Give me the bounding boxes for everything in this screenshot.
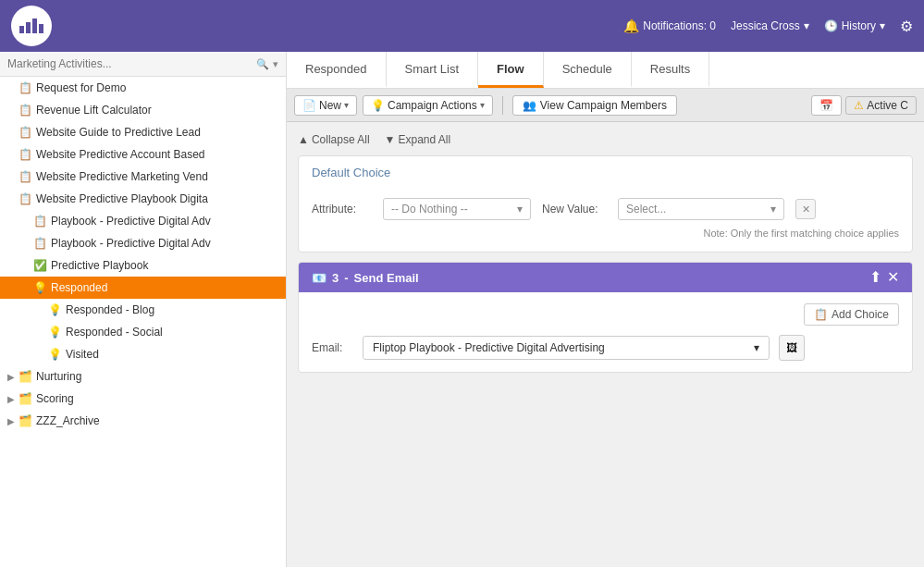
folder-icon: 📋 [18,192,32,205]
sidebar-item-label: ZZZ_Archive [36,414,100,427]
expand-icon: ▶ [7,394,15,404]
sidebar-item-label: Website Guide to Predictive Lead [36,126,201,139]
sidebar-search-bar: 🔍 ▾ [0,52,286,77]
bulb-icon: 💡 [33,281,47,294]
send-email-icon: 📧 [312,271,326,285]
move-up-button[interactable]: ⬆ [869,270,881,285]
expand-icon: ▶ [7,372,15,382]
attribute-chevron-icon: ▾ [517,203,523,216]
sidebar-item-nurturing[interactable]: ▶ 🗂️ Nurturing [0,365,286,388]
content-area: ▲ Collapse All ▼ Expand All Default Choi… [287,122,924,567]
new-button[interactable]: 📄 New ▾ [294,95,357,116]
campaign-icon: 💡 [371,99,385,112]
add-choice-label: Add Choice [832,308,889,321]
tab-flow[interactable]: Flow [478,52,544,88]
logo-bars [19,18,43,33]
sidebar-item-label: Request for Demo [36,81,126,94]
sidebar-item-playbook-digital-2[interactable]: 📋 Playbook - Predictive Digital Adv [0,232,286,254]
sidebar-item-visited[interactable]: 💡 Visited [0,343,286,365]
search-icons: 🔍 ▾ [256,58,278,70]
folder-group-icon: 🗂️ [18,414,32,427]
expand-icon: ▼ [385,133,396,146]
tab-results[interactable]: Results [632,52,709,88]
view-members-button[interactable]: 👥 View Campaign Members [512,95,677,116]
sidebar-item-playbook-digital-1[interactable]: 📋 Playbook - Predictive Digital Adv [0,210,286,232]
sidebar-item-predictive-playbook[interactable]: ✅ Predictive Playbook [0,254,286,277]
history-label: History [842,19,876,32]
sidebar-item-website-predictive-marketing[interactable]: 📋 Website Predictive Marketing Vend [0,166,286,188]
campaign-actions-button[interactable]: 💡 Campaign Actions ▾ [363,95,493,116]
attribute-row: Attribute: -- Do Nothing -- ▾ New Value:… [312,198,899,220]
user-menu-button[interactable]: Jessica Cross ▾ [731,19,809,32]
new-value-label: New Value: [542,203,607,216]
settings-button[interactable]: ⚙ [900,18,913,35]
active-label: Active C [867,99,908,112]
new-value-select[interactable]: Select... ▾ [618,198,784,220]
collapse-bar: ▲ Collapse All ▼ Expand All [298,133,913,146]
sidebar-item-responded-blog[interactable]: 💡 Responded - Blog [0,299,286,321]
add-choice-button[interactable]: 📋 Add Choice [804,303,899,326]
sidebar-item-label: Predictive Playbook [51,259,148,272]
attribute-select[interactable]: -- Do Nothing -- ▾ [383,198,531,220]
send-email-body: 📋 Add Choice Email: Fliptop Playbook - P… [299,292,912,372]
notifications-button[interactable]: 🔔 Notifications: 0 [623,18,716,33]
tab-smart-list[interactable]: Smart List [387,52,479,88]
new-icon: 📄 [302,99,316,112]
tab-label: Flow [497,62,524,76]
sidebar-item-label: Nurturing [36,370,81,383]
campaign-chevron-icon: ▾ [480,100,485,110]
default-choice-header: Default Choice [299,156,912,189]
attribute-label: Attribute: [312,203,372,216]
history-button[interactable]: 🕒 History ▾ [824,19,885,32]
sidebar-item-website-predictive-playbook[interactable]: 📋 Website Predictive Playbook Digita [0,188,286,210]
clear-icon: ✕ [802,203,810,216]
sidebar-item-zzz-archive[interactable]: ▶ 🗂️ ZZZ_Archive [0,410,286,432]
sidebar-item-label: Responded - Blog [66,303,154,316]
toolbar-right: 📅 ⚠ Active C [811,95,917,116]
sidebar-item-revenue-lift[interactable]: 📋 Revenue Lift Calculator [0,99,286,121]
default-choice-card: Default Choice Attribute: -- Do Nothing … [298,155,913,253]
active-badge: ⚠ Active C [845,96,917,115]
sidebar-item-label: Revenue Lift Calculator [36,104,152,117]
toolbar-separator [502,96,503,115]
email-preview-button[interactable]: 🖼 [779,335,805,361]
folder-icon: 📋 [33,237,47,250]
attribute-placeholder: -- Do Nothing -- [391,203,468,216]
warning-icon: ⚠ [854,99,864,112]
clear-button[interactable]: ✕ [795,199,816,219]
calendar-button[interactable]: 📅 [811,95,842,116]
add-choice-row: 📋 Add Choice [312,303,899,326]
filter-icon: ▾ [273,58,278,70]
sidebar-item-website-predictive-account[interactable]: 📋 Website Predictive Account Based [0,143,286,166]
sidebar-item-scoring[interactable]: ▶ 🗂️ Scoring [0,388,286,410]
email-select[interactable]: Fliptop Playbook - Predictive Digital Ad… [363,336,770,360]
main-layout: 🔍 ▾ 📋 Request for Demo 📋 Revenue Lift Ca… [0,52,924,567]
folder-icon: 📋 [18,148,32,161]
folder-group-icon: 🗂️ [18,370,32,383]
new-chevron-icon: ▾ [344,100,349,110]
collapse-label: Collapse All [312,133,370,146]
tab-responded[interactable]: Responded [287,52,387,88]
history-icon: 🕒 [824,19,838,32]
sidebar-item-responded[interactable]: 💡 Responded [0,277,286,299]
toolbar: 📄 New ▾ 💡 Campaign Actions ▾ 👥 View Camp… [287,89,924,122]
close-step-button[interactable]: ✕ [887,270,899,285]
sidebar-item-request-demo[interactable]: 📋 Request for Demo [0,77,286,99]
expand-all-button[interactable]: ▼ Expand All [385,133,451,146]
email-row: Email: Fliptop Playbook - Predictive Dig… [312,335,899,361]
send-email-actions: ⬆ ✕ [869,270,899,285]
collapse-icon: ▲ [298,133,309,146]
collapse-all-button[interactable]: ▲ Collapse All [298,133,370,146]
tab-label: Schedule [562,62,612,76]
sidebar-item-responded-social[interactable]: 💡 Responded - Social [0,321,286,343]
tab-label: Smart List [405,62,460,76]
sidebar-item-website-guide[interactable]: 📋 Website Guide to Predictive Lead [0,121,286,143]
folder-icon: 📋 [18,81,32,94]
bar4 [39,24,43,33]
send-email-label: Send Email [354,271,419,285]
default-choice-title: Default Choice [312,166,390,179]
search-input[interactable] [7,57,256,70]
tab-schedule[interactable]: Schedule [544,52,632,88]
notification-icon: 🔔 [623,18,639,33]
new-value-chevron-icon: ▾ [770,203,776,216]
